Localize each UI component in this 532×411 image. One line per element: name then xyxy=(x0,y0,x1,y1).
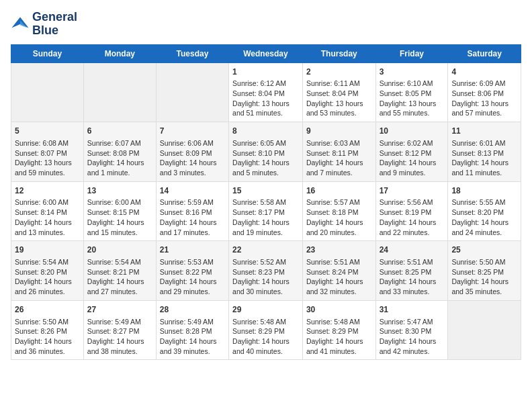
day-detail: Daylight: 14 hours xyxy=(87,277,152,287)
logo-icon xyxy=(11,15,30,34)
day-number: 10 xyxy=(380,126,445,137)
day-detail: Sunset: 8:23 PM xyxy=(232,267,299,277)
day-detail: Sunrise: 5:53 AM xyxy=(160,257,225,267)
calendar-week-row: 26Sunrise: 5:50 AMSunset: 8:26 PMDayligh… xyxy=(11,300,521,360)
day-detail: and 1 minute. xyxy=(87,168,152,178)
day-detail: Sunset: 8:09 PM xyxy=(160,148,225,158)
day-detail: Daylight: 14 hours xyxy=(160,218,225,228)
day-detail: Sunset: 8:11 PM xyxy=(306,148,372,158)
day-detail: Sunrise: 5:51 AM xyxy=(380,257,445,267)
calendar-cell: 9Sunrise: 6:03 AMSunset: 8:11 PMDaylight… xyxy=(302,122,375,182)
day-detail: Sunrise: 6:09 AM xyxy=(451,79,517,89)
calendar-cell: 30Sunrise: 5:48 AMSunset: 8:29 PMDayligh… xyxy=(302,300,375,360)
day-detail: Daylight: 14 hours xyxy=(232,218,299,228)
day-of-week-saturday: Saturday xyxy=(448,44,521,62)
day-detail: Sunset: 8:26 PM xyxy=(15,326,80,336)
day-detail: Daylight: 14 hours xyxy=(15,277,80,287)
day-number: 31 xyxy=(380,304,445,316)
calendar-week-row: 1Sunrise: 6:12 AMSunset: 8:04 PMDaylight… xyxy=(11,62,521,122)
day-number: 17 xyxy=(380,185,445,197)
day-detail: Sunset: 8:29 PM xyxy=(306,326,372,336)
calendar-week-row: 19Sunrise: 5:54 AMSunset: 8:20 PMDayligh… xyxy=(11,241,521,301)
day-of-week-tuesday: Tuesday xyxy=(156,44,228,62)
day-detail: Sunrise: 6:11 AM xyxy=(306,79,372,89)
day-detail: Sunrise: 5:47 AM xyxy=(380,317,445,327)
calendar-cell: 23Sunrise: 5:51 AMSunset: 8:24 PMDayligh… xyxy=(302,241,375,301)
day-detail: and 26 minutes. xyxy=(15,287,80,297)
calendar-cell: 20Sunrise: 5:54 AMSunset: 8:21 PMDayligh… xyxy=(83,241,156,301)
day-detail: Daylight: 14 hours xyxy=(15,336,80,347)
calendar-cell: 31Sunrise: 5:47 AMSunset: 8:30 PMDayligh… xyxy=(375,300,448,360)
day-detail: and 38 minutes. xyxy=(87,347,152,357)
day-number: 3 xyxy=(380,66,445,78)
calendar-cell: 24Sunrise: 5:51 AMSunset: 8:25 PMDayligh… xyxy=(375,241,448,301)
day-detail: Sunrise: 5:48 AM xyxy=(232,317,299,327)
day-detail: Sunrise: 5:57 AM xyxy=(306,197,372,208)
day-detail: and 5 minutes. xyxy=(232,168,299,178)
day-detail: Sunrise: 5:49 AM xyxy=(87,317,152,327)
day-number: 5 xyxy=(15,126,80,137)
day-detail: Sunrise: 5:55 AM xyxy=(451,197,517,208)
day-detail: Sunset: 8:18 PM xyxy=(306,208,372,218)
day-of-week-friday: Friday xyxy=(375,44,448,62)
calendar-cell: 3Sunrise: 6:10 AMSunset: 8:05 PMDaylight… xyxy=(375,62,448,122)
day-detail: Daylight: 14 hours xyxy=(380,158,445,168)
calendar-header-row: SundayMondayTuesdayWednesdayThursdayFrid… xyxy=(11,44,521,62)
logo-text: General Blue xyxy=(32,11,77,38)
day-detail: Daylight: 14 hours xyxy=(380,336,445,347)
day-detail: Sunset: 8:29 PM xyxy=(232,326,299,336)
day-detail: Daylight: 13 hours xyxy=(15,158,80,168)
day-detail: and 27 minutes. xyxy=(87,287,152,297)
day-detail: Sunrise: 6:08 AM xyxy=(15,138,80,148)
day-number: 23 xyxy=(306,244,372,256)
day-detail: Sunrise: 5:51 AM xyxy=(306,257,372,267)
day-detail: Sunset: 8:10 PM xyxy=(232,148,299,158)
day-detail: and 13 minutes. xyxy=(15,228,80,238)
day-detail: Sunrise: 5:56 AM xyxy=(380,197,445,208)
logo: General Blue xyxy=(11,11,77,38)
day-detail: Daylight: 14 hours xyxy=(87,336,152,347)
day-detail: Sunrise: 5:52 AM xyxy=(232,257,299,267)
day-detail: Sunset: 8:14 PM xyxy=(15,208,80,218)
day-detail: Daylight: 14 hours xyxy=(451,158,517,168)
calendar-cell: 27Sunrise: 5:49 AMSunset: 8:27 PMDayligh… xyxy=(83,300,156,360)
day-detail: Daylight: 13 hours xyxy=(306,99,372,109)
day-detail: and 53 minutes. xyxy=(306,108,372,118)
page-header: General Blue xyxy=(11,11,521,38)
day-number: 26 xyxy=(15,304,80,316)
day-number: 4 xyxy=(451,66,517,78)
day-detail: and 17 minutes. xyxy=(160,228,225,238)
day-number: 11 xyxy=(451,126,517,137)
day-detail: Daylight: 13 hours xyxy=(451,99,517,109)
day-detail: Sunset: 8:07 PM xyxy=(15,148,80,158)
day-detail: Sunrise: 6:00 AM xyxy=(15,197,80,208)
day-detail: Daylight: 14 hours xyxy=(451,218,517,228)
calendar-cell: 13Sunrise: 6:00 AMSunset: 8:15 PMDayligh… xyxy=(83,181,156,241)
day-detail: Sunrise: 6:05 AM xyxy=(232,138,299,148)
day-detail: Sunset: 8:19 PM xyxy=(380,208,445,218)
day-detail: Sunrise: 5:58 AM xyxy=(232,197,299,208)
calendar-cell: 28Sunrise: 5:49 AMSunset: 8:28 PMDayligh… xyxy=(156,300,228,360)
day-detail: Daylight: 14 hours xyxy=(380,218,445,228)
day-detail: Sunrise: 5:54 AM xyxy=(15,257,80,267)
day-number: 12 xyxy=(15,185,80,197)
day-detail: Daylight: 14 hours xyxy=(160,158,225,168)
day-detail: Sunrise: 5:59 AM xyxy=(160,197,225,208)
day-detail: Sunrise: 5:50 AM xyxy=(451,257,517,267)
day-detail: Sunrise: 6:01 AM xyxy=(451,138,517,148)
day-detail: Daylight: 14 hours xyxy=(232,158,299,168)
day-detail: and 51 minutes. xyxy=(232,108,299,118)
calendar-cell: 18Sunrise: 5:55 AMSunset: 8:20 PMDayligh… xyxy=(448,181,521,241)
day-detail: Sunset: 8:25 PM xyxy=(380,267,445,277)
day-detail: Sunset: 8:08 PM xyxy=(87,148,152,158)
day-number: 19 xyxy=(15,244,80,256)
calendar-cell xyxy=(83,62,156,122)
day-detail: Daylight: 13 hours xyxy=(232,99,299,109)
day-detail: and 22 minutes. xyxy=(380,228,445,238)
calendar-cell: 29Sunrise: 5:48 AMSunset: 8:29 PMDayligh… xyxy=(229,300,303,360)
calendar-cell: 10Sunrise: 6:02 AMSunset: 8:12 PMDayligh… xyxy=(375,122,448,182)
calendar-week-row: 5Sunrise: 6:08 AMSunset: 8:07 PMDaylight… xyxy=(11,122,521,182)
day-detail: Sunset: 8:15 PM xyxy=(87,208,152,218)
day-detail: and 41 minutes. xyxy=(306,347,372,357)
calendar-cell xyxy=(448,300,521,360)
